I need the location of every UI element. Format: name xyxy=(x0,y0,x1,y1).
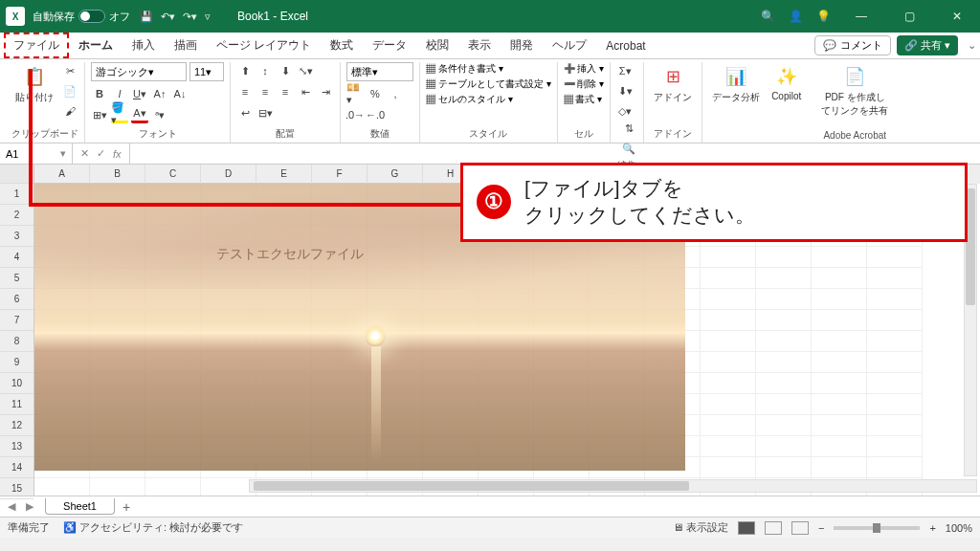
cell[interactable] xyxy=(867,415,923,436)
font-size-select[interactable]: 11 ▾ xyxy=(189,62,224,81)
cell[interactable] xyxy=(701,415,756,436)
zoom-out-button[interactable]: − xyxy=(818,522,824,534)
row-header[interactable]: 9 xyxy=(0,352,33,373)
delete-cells-button[interactable]: ➖ 削除 ▾ xyxy=(564,77,605,91)
align-right-icon[interactable]: ≡ xyxy=(277,83,294,100)
cell[interactable] xyxy=(812,268,867,289)
cell[interactable] xyxy=(812,373,867,394)
qat-dropdown-icon[interactable]: ▿ xyxy=(205,11,211,23)
column-header[interactable]: G xyxy=(368,165,423,184)
number-format-select[interactable]: 標準 ▾ xyxy=(346,62,413,81)
add-sheet-button[interactable]: + xyxy=(122,499,130,515)
autosum-icon[interactable]: Σ▾ xyxy=(616,62,634,79)
cell[interactable] xyxy=(812,289,867,310)
zoom-level[interactable]: 100% xyxy=(946,522,972,534)
lightbulb-icon[interactable]: 💡 xyxy=(816,10,831,23)
zoom-in-button[interactable]: + xyxy=(929,522,935,534)
align-center-icon[interactable]: ≡ xyxy=(256,83,274,100)
cell[interactable] xyxy=(701,373,756,394)
redo-icon[interactable]: ↷▾ xyxy=(183,11,197,23)
cell[interactable] xyxy=(867,436,923,457)
display-settings[interactable]: 🖥 表示設定 xyxy=(673,520,728,535)
zoom-slider[interactable] xyxy=(834,526,920,530)
tab-help[interactable]: ヘルプ xyxy=(543,33,596,58)
save-icon[interactable]: 💾 xyxy=(140,11,153,23)
row-header[interactable]: 3 xyxy=(0,226,33,247)
cell[interactable] xyxy=(812,352,867,373)
border-icon[interactable]: ⊞▾ xyxy=(91,106,108,123)
autosave-toggle[interactable]: 自動保存 オフ xyxy=(33,10,130,24)
clear-icon[interactable]: ◇▾ xyxy=(616,102,634,120)
tab-home[interactable]: ホーム xyxy=(69,33,122,58)
row-header[interactable]: 7 xyxy=(0,310,33,331)
sort-filter-icon[interactable]: ⇅ xyxy=(620,120,637,137)
cell[interactable] xyxy=(812,436,867,457)
fill-color-icon[interactable]: 🪣▾ xyxy=(111,106,128,123)
column-header[interactable]: F xyxy=(312,165,368,184)
cell[interactable] xyxy=(812,247,867,268)
collapse-ribbon-icon[interactable]: ⌄ xyxy=(968,39,976,52)
cell-styles-button[interactable]: ▦ セルのスタイル ▾ xyxy=(426,93,513,106)
cell[interactable] xyxy=(867,310,923,331)
cell[interactable] xyxy=(867,289,923,310)
cell[interactable] xyxy=(867,331,923,352)
row-header[interactable]: 2 xyxy=(0,205,33,226)
tab-formulas[interactable]: 数式 xyxy=(321,33,363,58)
cell[interactable] xyxy=(812,415,867,436)
cell[interactable] xyxy=(812,394,867,415)
copilot-button[interactable]: ✨ Copilot xyxy=(768,62,805,103)
cell[interactable] xyxy=(756,436,812,457)
cell[interactable] xyxy=(701,331,756,352)
cell[interactable] xyxy=(756,289,812,310)
data-analysis-button[interactable]: 📊 データ分析 xyxy=(708,62,764,106)
row-header[interactable]: 11 xyxy=(0,394,33,415)
search-icon[interactable]: 🔍 xyxy=(761,10,775,23)
cell[interactable] xyxy=(90,478,145,496)
tab-developer[interactable]: 開発 xyxy=(501,33,543,58)
cell[interactable] xyxy=(756,331,812,352)
row-header[interactable]: 12 xyxy=(0,415,33,436)
wrap-text-icon[interactable]: ↩ xyxy=(236,104,254,121)
cell[interactable] xyxy=(756,373,812,394)
horizontal-scrollbar[interactable] xyxy=(249,479,977,493)
phonetic-icon[interactable]: ᵃ▾ xyxy=(151,106,168,123)
tab-data[interactable]: データ xyxy=(363,33,416,58)
cell[interactable] xyxy=(867,247,923,268)
tab-file[interactable]: ファイル xyxy=(4,33,69,58)
cell[interactable] xyxy=(701,289,756,310)
user-icon[interactable]: 👤 xyxy=(789,10,803,23)
cell[interactable] xyxy=(34,478,90,496)
cell[interactable] xyxy=(701,394,756,415)
cell[interactable] xyxy=(756,268,812,289)
font-color-icon[interactable]: A▾ xyxy=(131,106,148,123)
cell[interactable] xyxy=(812,331,867,352)
cell[interactable] xyxy=(701,247,756,268)
cell[interactable] xyxy=(867,457,923,478)
name-box[interactable]: A1▾ xyxy=(0,143,73,164)
format-cells-button[interactable]: ▦ 書式 ▾ xyxy=(564,93,603,106)
underline-button[interactable]: U▾ xyxy=(131,85,148,102)
column-header[interactable]: C xyxy=(145,165,201,184)
row-header[interactable]: 5 xyxy=(0,268,33,289)
indent-increase-icon[interactable]: ⇥ xyxy=(317,83,334,100)
status-accessibility[interactable]: ♿ アクセシビリティ: 検討が必要です xyxy=(63,520,243,535)
cell[interactable] xyxy=(867,352,923,373)
cell[interactable] xyxy=(867,268,923,289)
column-header[interactable]: E xyxy=(256,165,312,184)
cell[interactable] xyxy=(701,268,756,289)
bold-button[interactable]: B xyxy=(91,85,108,102)
row-header[interactable]: 10 xyxy=(0,373,33,394)
font-name-select[interactable]: 游ゴシック ▾ xyxy=(91,62,187,81)
italic-button[interactable]: I xyxy=(111,85,128,102)
comma-icon[interactable]: , xyxy=(387,85,404,102)
cell[interactable] xyxy=(756,415,812,436)
pagebreak-view-icon[interactable] xyxy=(791,521,809,535)
cell[interactable] xyxy=(701,436,756,457)
cell[interactable] xyxy=(756,394,812,415)
decrease-font-icon[interactable]: A↓ xyxy=(171,85,189,102)
cell[interactable] xyxy=(812,457,867,478)
fx-icon[interactable]: fx xyxy=(113,148,122,160)
column-header[interactable]: A xyxy=(34,165,90,184)
align-left-icon[interactable]: ≡ xyxy=(236,83,254,100)
cell[interactable] xyxy=(145,478,201,496)
